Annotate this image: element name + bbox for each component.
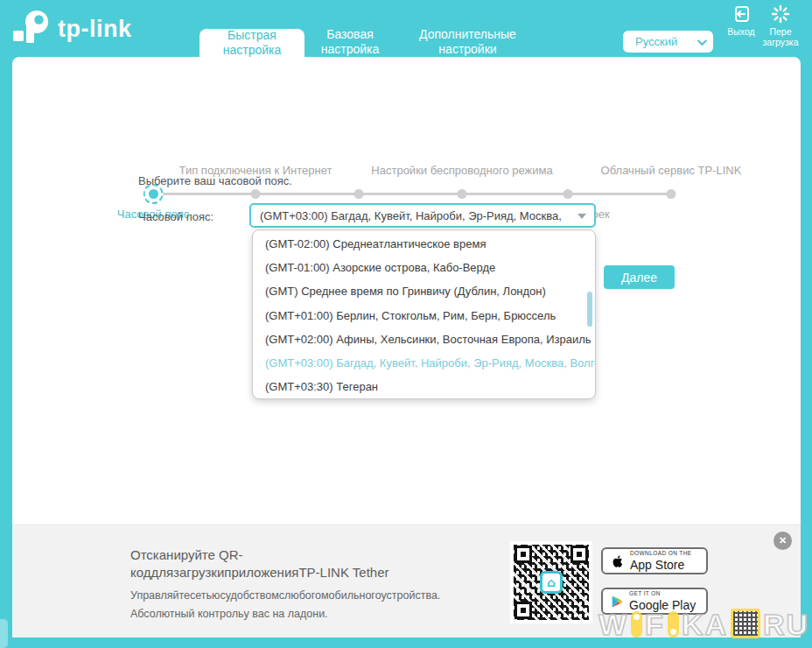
timezone-option[interactable]: (GMT-02:00) Среднеатлантическое время: [253, 232, 595, 256]
qr-finder-top-right: [570, 546, 588, 563]
tp-link-logo: tp-link: [12, 5, 170, 53]
timezone-option-selected[interactable]: (GMT+03:00) Багдад, Кувейт, Найроби, Эр-…: [253, 351, 595, 375]
google-play-tagline: GET IT ON: [629, 591, 696, 597]
tp-link-logo-text: tp-link: [58, 16, 132, 43]
language-selected-value: Русский: [635, 35, 697, 48]
timezone-select-value: (GMT+03:00) Багдад, Кувейт, Найроби, Эр-…: [251, 209, 564, 222]
watermark-letter: RU: [763, 609, 809, 639]
timezone-field-label: Часовой пояс:: [138, 210, 214, 223]
tether-qr-code: ⌂: [510, 541, 592, 623]
footer-close-button[interactable]: ✕: [774, 532, 792, 550]
timezone-option[interactable]: (GMT+02:00) Афины, Хельсинки, Восточная …: [253, 328, 595, 351]
app-store-button[interactable]: DOWNLOAD ON THE App Store: [601, 547, 708, 574]
next-button[interactable]: Далее: [604, 265, 675, 289]
step-dot-timezone: [149, 189, 158, 199]
chevron-down-icon: [697, 35, 707, 45]
app-store-tagline: DOWNLOAD ON THE: [630, 551, 692, 557]
step-dot-internet-type: [251, 189, 261, 199]
watermark-letter: W: [598, 609, 628, 639]
step-dot-cloud: [667, 189, 676, 199]
close-icon: ✕: [779, 535, 787, 546]
watermark-i-shape: [668, 611, 679, 637]
language-select[interactable]: Русский: [623, 31, 713, 53]
timezone-instruction: Выберите ваш часовой пояс.: [138, 174, 292, 187]
app-store-label: App Store: [630, 559, 692, 571]
watermark-letter: KA: [682, 609, 728, 639]
apple-icon: [610, 553, 625, 570]
select-arrow-icon: [578, 214, 586, 219]
step-label-cloud: Облачный сервис TP-LINK: [601, 164, 742, 177]
tab-quick-setup[interactable]: Быстрая настройка: [200, 29, 304, 57]
reboot-button[interactable]: Пере загрузка: [758, 4, 803, 47]
home-icon: ⌂: [540, 571, 563, 594]
qr-finder-bottom-left: [514, 602, 532, 619]
footer-text-line1: Управляйтесетьюсудобствомслюбогомобильно…: [130, 589, 440, 602]
tp-link-logo-mark: [12, 8, 52, 50]
reboot-icon: [771, 4, 790, 24]
timezone-option[interactable]: (GMT+01:00) Берлин, Стокгольм, Рим, Берн…: [253, 304, 595, 328]
step-dot-summary: [564, 189, 573, 199]
step-dot-3: [354, 189, 364, 199]
tab-advanced-settings-label: Дополнительные настройки: [404, 27, 531, 57]
watermark-i-shape: [631, 611, 642, 637]
footer-text-line2: Абсолютный контрольу вас на ладони.: [130, 608, 328, 620]
stepper-track: [153, 193, 671, 195]
dropdown-scrollbar-thumb[interactable]: [587, 292, 592, 327]
timezone-select[interactable]: (GMT+03:00) Багдад, Кувейт, Найроби, Эр-…: [249, 203, 596, 228]
timezone-option[interactable]: (GMT-01:00) Азорские острова, Кабо-Верде: [253, 256, 595, 279]
top-header: tp-link Быстрая настройка Базовая настро…: [0, 0, 812, 57]
timezone-option[interactable]: (GMT+03:30) Тегеран: [253, 375, 595, 398]
tab-advanced-settings[interactable]: Дополнительные настройки: [404, 26, 531, 57]
timezone-dropdown-list: (GMT-02:00) Среднеатлантическое время (G…: [252, 229, 596, 399]
google-play-icon: [610, 594, 624, 609]
watermark-qr-icon: [731, 609, 760, 638]
logout-icon: [732, 4, 751, 24]
tab-basic-settings[interactable]: Базовая настройка: [308, 26, 392, 57]
footer-title: Отсканируйте QR- коддлязагрузкиприложени…: [130, 546, 389, 581]
watermark-letter: F: [645, 609, 665, 639]
step-label-wireless: Настройки беспроводного режима: [371, 164, 552, 177]
wifika-ru-watermark: W F KA RU: [598, 609, 809, 639]
logout-label: Выход: [727, 26, 754, 37]
tp-link-quick-setup-screen: tp-link Быстрая настройка Базовая настро…: [0, 0, 812, 648]
setup-stepper: Часовой пояс Тип подключения к Интернет …: [0, 79, 812, 149]
tab-basic-settings-label: Базовая настройка: [308, 27, 392, 57]
left-edge-handle[interactable]: [0, 619, 8, 648]
app-store-text: DOWNLOAD ON THE App Store: [630, 551, 692, 571]
logout-button[interactable]: Выход: [724, 4, 759, 37]
qr-finder-top-left: [514, 546, 532, 563]
reboot-label: Пере загрузка: [763, 26, 799, 47]
timezone-option[interactable]: (GMT) Среднее время по Гринвичу (Дублин,…: [253, 279, 595, 303]
tab-quick-setup-label: Быстрая настройка: [200, 28, 304, 58]
step-dot-wireless: [458, 189, 467, 199]
